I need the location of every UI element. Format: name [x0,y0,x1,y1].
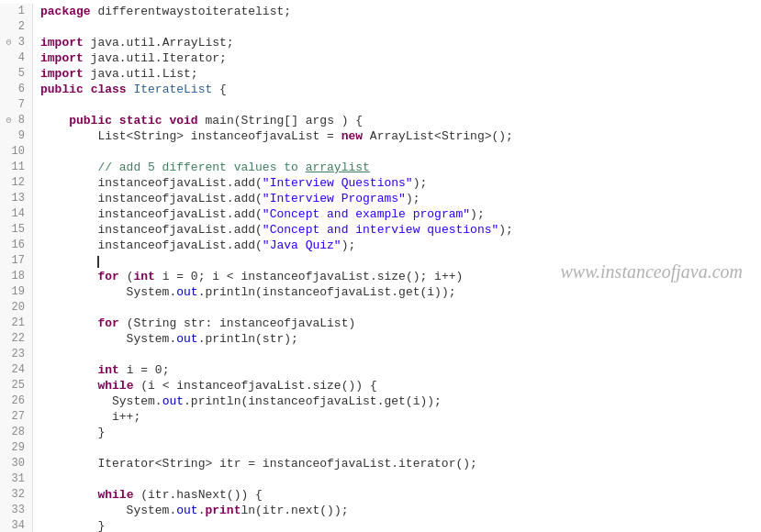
line-number: 13 [0,191,33,206]
line-number: 14 [0,206,33,222]
line-number: 33 [0,503,33,518]
line-content: System.out.println(str); [33,331,761,347]
line-30: 30 Iterator<String> itr = instanceofjava… [0,456,761,471]
token-punc: ln(itr.next()); [241,504,348,517]
token-punc: { [212,83,227,96]
token-punc [40,270,97,283]
token-pkg: differentwaystoiteratelist; [91,5,291,18]
line-number: 15 [0,222,33,238]
token-punc: System. [40,332,176,346]
line-number: 5 [0,66,33,82]
line-32: 32 while (itr.hasNext()) { [0,487,761,503]
token-str: "Java Quiz" [263,238,341,252]
token-punc [40,379,97,393]
line-number: 28 [0,425,33,440]
line-number: 4 [0,50,33,66]
line-5: 5import java.util.List; [0,66,761,82]
token-str: "Interview Questions" [263,176,413,190]
line-number: 24 [0,362,33,378]
line-22: 22 System.out.println(str); [0,331,761,347]
line-number: 10 [0,144,33,160]
line-number: 31 [0,471,33,487]
line-content: // add 5 different values to arraylist [33,160,761,175]
line-34: 34 } [0,518,761,532]
token-kw: for [97,270,118,283]
line-29: 29 [0,440,761,456]
token-punc: System. [40,504,176,517]
line-content: Iterator<String> itr = instanceofjavaLis… [33,456,761,471]
token-punc [40,363,97,377]
line-27: 27 i++; [0,409,761,425]
token-kw: int [133,270,154,283]
token-punc: ); [470,207,485,221]
token-punc: instanceofjavaList.add( [40,238,263,252]
line-content: package differentwaystoiteratelist; [33,4,761,19]
token-kw: static [119,114,162,127]
token-kw: import [40,67,84,81]
token-punc: Iterator<String> itr = instanceofjavaLis… [40,457,477,471]
line-content: instanceofjavaList.add("Concept and inte… [33,222,761,238]
token-pkg: java.util.Iterator; [84,51,227,65]
line-content: for (int i = 0; i < instanceofjavaList.s… [33,269,761,284]
line-content: List<String> instanceofjavaList = new Ar… [33,128,761,144]
token-str: "Concept and example program" [263,207,470,221]
line-content: i++; [33,409,761,425]
line-content: System.out.println(instanceofjavaList.ge… [33,393,761,409]
line-number: 34 [0,518,33,532]
token-pkg: java.util.List; [84,67,198,81]
token-kw: print [205,504,241,517]
token-punc: i++; [40,410,140,424]
code-editor: 1package differentwaystoiteratelist;2⊝ 3… [0,0,761,532]
token-punc: ArrayList<String>(); [363,129,513,143]
token-kw2: out [176,504,197,517]
token-punc [40,114,69,127]
line-content: instanceofjavaList.add("Concept and exam… [33,206,761,222]
line-number: 23 [0,347,33,362]
line-number: 12 [0,175,33,191]
line-content: public class IterateList { [33,82,761,97]
line-number: ⊝ 8 [0,113,33,128]
token-punc: ( [119,270,134,283]
line-28: 28 } [0,425,761,440]
token-kw: new [341,129,363,143]
token-punc [40,254,97,268]
line-7: 7 [0,97,761,113]
line-20: 20 [0,300,761,316]
line-number: 1 [0,4,33,19]
line-content: while (itr.hasNext()) { [33,487,761,503]
line-17: 17 [0,253,761,269]
token-kw: import [40,51,84,65]
token-cls: IterateList [133,83,212,96]
line-content: System.out.println(instanceofjavaList.ge… [33,284,761,300]
line-content: import java.util.ArrayList; [33,35,761,50]
token-punc: ); [406,192,420,205]
token-pkg: java.util.ArrayList; [84,36,234,50]
token-kw2: out [176,285,197,299]
token-kw: public [40,83,84,96]
line-content: instanceofjavaList.add("Interview Questi… [33,175,761,191]
line-24: 24 int i = 0; [0,362,761,378]
line-content: } [33,425,761,440]
token-kw2: out [176,332,197,346]
token-punc [84,83,91,96]
line-16: 16 instanceofjavaList.add("Java Quiz"); [0,238,761,253]
line-content: for (String str: instanceofjavaList) [33,316,761,331]
token-punc: instanceofjavaList.add( [40,176,263,190]
token-kw: int [97,363,118,377]
line-3: ⊝ 3import java.util.ArrayList; [0,35,761,50]
line-number: 25 [0,378,33,393]
line-number: 9 [0,128,33,144]
line-number: 18 [0,269,33,284]
line-number: 26 [0,393,33,409]
token-kw2: out [162,394,184,408]
token-kw: import [40,36,84,50]
token-str: "Concept and interview questions" [263,223,498,237]
token-punc: i = 0; [119,363,170,377]
line-11: 11 // add 5 different values to arraylis… [0,160,761,175]
line-number: 21 [0,316,33,331]
line-23: 23 [0,347,761,362]
token-punc: instanceofjavaList.add( [40,192,263,205]
line-content: instanceofjavaList.add("Java Quiz"); [33,238,761,253]
token-punc: ); [413,176,428,190]
line-13: 13 instanceofjavaList.add("Interview Pro… [0,191,761,206]
